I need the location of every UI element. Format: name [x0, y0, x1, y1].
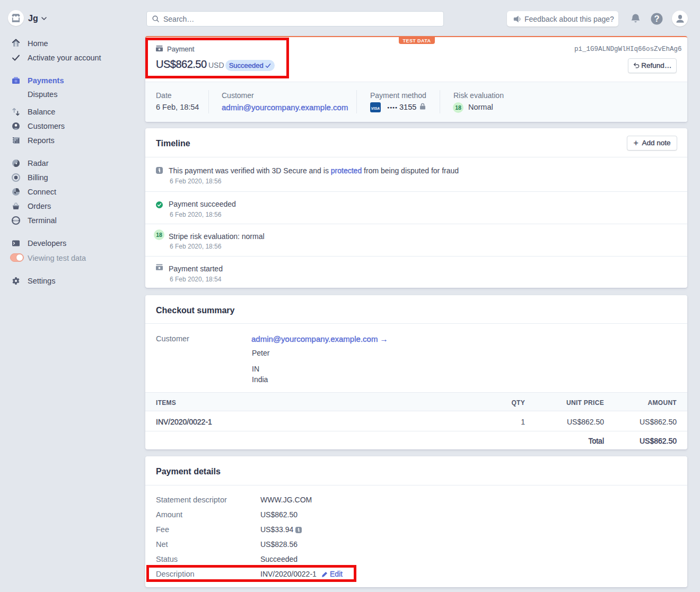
svg-text:?: ?: [654, 14, 659, 23]
